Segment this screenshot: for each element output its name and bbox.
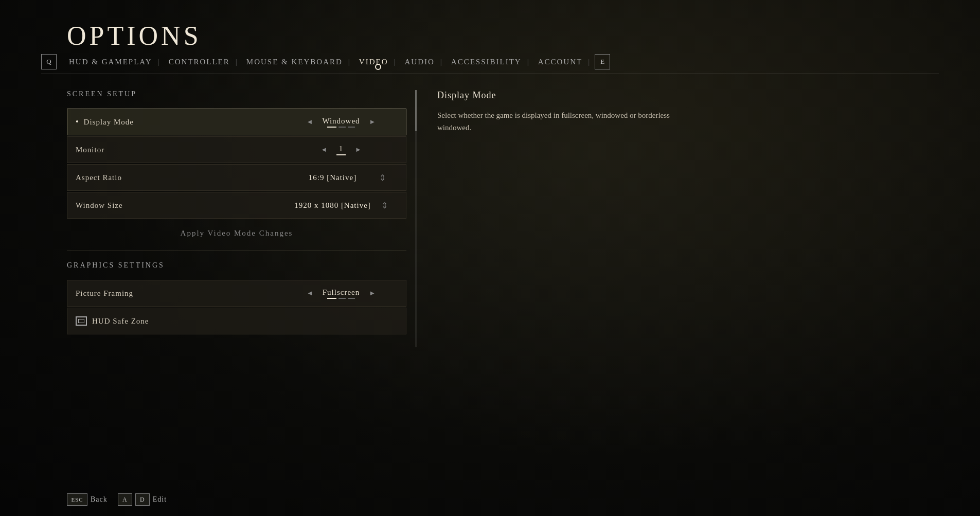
screen-setup-title: SCREEN SETUP [67, 90, 406, 98]
monitor-control: ◄ 1 ► [284, 144, 398, 156]
monitor-left-arrow[interactable]: ◄ [317, 144, 330, 156]
window-size-value: 1920 x 1080 [Native] [294, 201, 371, 210]
nav-item-mouse[interactable]: MOUSE & KEYBOARD [238, 56, 351, 68]
nav-item-accessibility[interactable]: ACCESSIBILITY [443, 56, 530, 68]
nav-next-key[interactable]: E [595, 54, 610, 69]
nav-item-video[interactable]: VIDEO [351, 56, 397, 68]
nav-item-account[interactable]: ACCOUNT [530, 56, 591, 68]
info-panel-description: Select whether the game is displayed in … [437, 109, 694, 134]
a-key-icon: A [118, 493, 132, 506]
scrollbar-track[interactable] [415, 90, 417, 347]
section-divider [67, 251, 406, 251]
picture-framing-right-arrow[interactable]: ► [366, 287, 379, 299]
main-content: SCREEN SETUP • Display Mode ◄ Windowed ► [67, 80, 913, 475]
picture-framing-left-arrow[interactable]: ◄ [304, 287, 316, 299]
nav-bar: Q HUD & GAMEPLAY CONTROLLER MOUSE & KEYB… [41, 54, 939, 74]
monitor-row[interactable]: Monitor ◄ 1 ► [67, 136, 406, 163]
monitor-value: 1 [339, 145, 344, 153]
info-panel: Display Mode Select whether the game is … [427, 80, 913, 475]
window-size-row[interactable]: Window Size 1920 x 1080 [Native] ⇕ [67, 192, 406, 219]
display-mode-row[interactable]: • Display Mode ◄ Windowed ► [67, 109, 406, 135]
display-mode-label: Display Mode [84, 118, 284, 127]
left-panel: SCREEN SETUP • Display Mode ◄ Windowed ► [67, 80, 406, 475]
window-size-control: 1920 x 1080 [Native] ⇕ [284, 201, 398, 210]
esc-key-icon: ESC [67, 493, 87, 506]
edit-button[interactable]: A D Edit [118, 493, 167, 506]
picture-framing-label: Picture Framing [76, 289, 284, 298]
hud-safe-zone-icon [76, 316, 87, 326]
window-size-label: Window Size [76, 201, 284, 210]
nav-prev-key[interactable]: Q [41, 54, 57, 69]
picture-framing-row[interactable]: Picture Framing ◄ Fullscreen ► [67, 280, 406, 307]
hud-safe-zone-label: HUD Safe Zone [92, 317, 398, 326]
nav-item-controller[interactable]: CONTROLLER [161, 56, 238, 68]
display-mode-control: ◄ Windowed ► [284, 116, 398, 128]
graphics-settings-title: GRAPHICS SETTINGS [67, 261, 406, 270]
scrollbar-thumb[interactable] [415, 90, 417, 131]
aspect-ratio-label: Aspect Ratio [76, 173, 284, 182]
picture-framing-value: Fullscreen [323, 288, 360, 296]
window-size-dropdown-icon[interactable]: ⇕ [381, 201, 388, 210]
info-panel-title: Display Mode [437, 90, 913, 101]
aspect-ratio-row[interactable]: Aspect Ratio 16:9 [Native] ⇕ [67, 164, 406, 191]
selected-bullet: • [76, 117, 79, 127]
display-mode-value: Windowed [322, 117, 360, 125]
picture-framing-control: ◄ Fullscreen ► [284, 287, 398, 299]
back-label: Back [91, 495, 108, 504]
aspect-ratio-value: 16:9 [Native] [297, 173, 369, 182]
hud-safe-zone-row[interactable]: HUD Safe Zone [67, 308, 406, 334]
back-button[interactable]: ESC Back [67, 493, 108, 506]
monitor-right-arrow[interactable]: ► [352, 144, 365, 156]
aspect-ratio-control: 16:9 [Native] ⇕ [284, 173, 398, 183]
edit-label: Edit [153, 495, 167, 504]
aspect-ratio-dropdown-icon[interactable]: ⇕ [379, 173, 386, 183]
d-key-icon: D [135, 493, 150, 506]
monitor-label: Monitor [76, 146, 284, 154]
nav-item-hud[interactable]: HUD & GAMEPLAY [61, 56, 161, 68]
bottom-bar: ESC Back A D Edit [67, 493, 167, 506]
apply-video-mode-button[interactable]: Apply Video Mode Changes [67, 220, 406, 246]
nav-item-audio[interactable]: AUDIO [396, 56, 442, 68]
display-mode-right-arrow[interactable]: ► [366, 116, 379, 128]
display-mode-left-arrow[interactable]: ◄ [304, 116, 316, 128]
page-title: OPTIONS [67, 21, 202, 51]
